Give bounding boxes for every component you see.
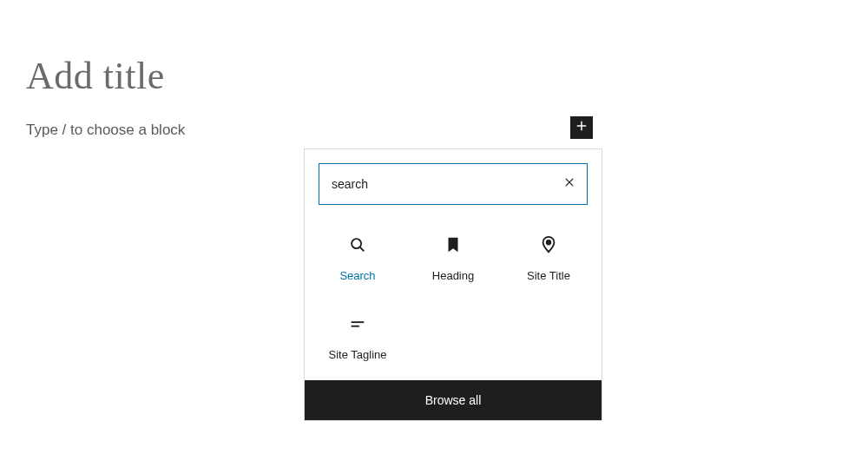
block-item-search[interactable]: Search [310,229,405,286]
search-icon [348,233,367,257]
block-label: Site Title [527,269,570,282]
block-item-site-title[interactable]: Site Title [501,229,596,286]
block-label: Heading [432,269,474,282]
svg-point-6 [547,240,551,245]
block-search-input[interactable] [319,177,552,191]
close-icon [563,176,575,192]
post-title-input[interactable]: Add title [26,54,165,98]
block-item-site-tagline[interactable]: Site Tagline [310,308,405,365]
lines-icon [348,312,367,336]
content-placeholder[interactable]: Type / to choose a block [26,122,185,139]
block-results-grid: Search Heading Site Title [305,215,602,380]
block-label: Search [339,269,375,282]
svg-line-5 [360,247,365,252]
map-pin-icon [539,233,558,257]
bookmark-icon [444,233,463,257]
block-item-heading[interactable]: Heading [405,229,501,286]
block-label: Site Tagline [329,348,387,361]
plus-icon [574,118,589,137]
browse-all-button[interactable]: Browse all [305,380,602,420]
clear-search-button[interactable] [552,164,587,204]
search-box [319,163,588,205]
add-block-button[interactable] [570,116,593,139]
svg-point-4 [352,239,361,248]
block-inserter-popover: Search Heading Site Title [304,148,602,421]
